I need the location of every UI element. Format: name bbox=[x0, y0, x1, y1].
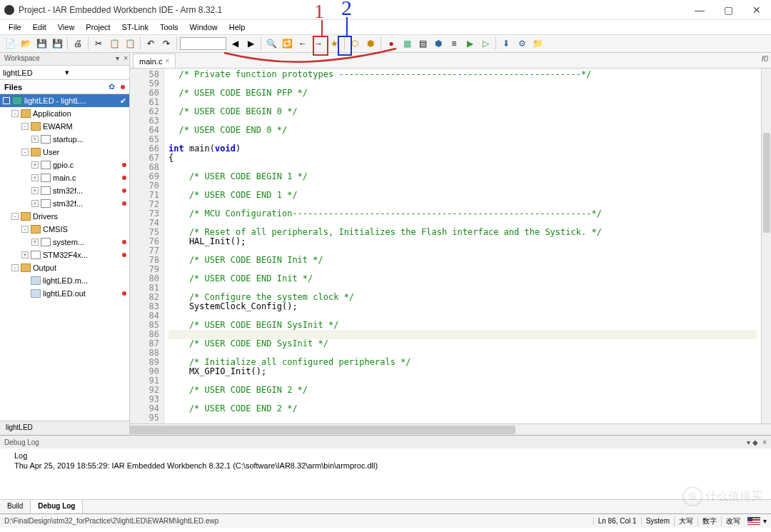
project-button[interactable]: 📁 bbox=[530, 36, 545, 51]
tree-node[interactable]: +gpio.c bbox=[0, 159, 129, 171]
minimize-button[interactable]: ― bbox=[690, 3, 710, 17]
tree-node[interactable]: -lightLED - lightL...✔ bbox=[0, 94, 129, 107]
expand-icon[interactable]: + bbox=[31, 239, 39, 246]
bottom-tab-debug-log[interactable]: Debug Log bbox=[31, 500, 83, 513]
title-bar: Project - IAR Embedded Workbench IDE - A… bbox=[0, 0, 771, 20]
undo-button[interactable]: ↶ bbox=[143, 36, 158, 51]
menu-file[interactable]: File bbox=[3, 21, 27, 33]
breakpoints-button[interactable]: ≡ bbox=[447, 36, 461, 51]
menu-st-link[interactable]: ST-Link bbox=[116, 21, 154, 33]
toggle-bookmark-button[interactable]: ★ bbox=[327, 36, 341, 51]
tree-node[interactable]: -Application bbox=[0, 107, 129, 120]
menu-view[interactable]: View bbox=[52, 21, 81, 33]
tree-node[interactable]: +main.c bbox=[0, 171, 129, 184]
workspace-tab[interactable]: lightLED bbox=[0, 421, 129, 435]
debug-log-title: Debug Log ▾ ◆ × bbox=[0, 436, 771, 448]
download-button[interactable]: ⬇ bbox=[499, 36, 513, 51]
expand-icon[interactable]: - bbox=[21, 123, 29, 130]
copy-button[interactable]: 📋 bbox=[107, 36, 121, 51]
expand-icon[interactable]: - bbox=[3, 97, 10, 104]
tree-icon bbox=[12, 96, 22, 105]
search-combo[interactable] bbox=[180, 37, 226, 50]
expand-icon[interactable]: - bbox=[21, 149, 29, 156]
download-debug-button[interactable]: ▶ bbox=[463, 36, 477, 51]
debug-no-download-button[interactable]: ▷ bbox=[478, 36, 493, 51]
stop-build-button[interactable]: ⬢ bbox=[431, 36, 445, 51]
expand-icon[interactable]: - bbox=[21, 226, 29, 233]
debug-log-body[interactable]: Log Thu Apr 25, 2019 18:55:29: IAR Embed… bbox=[0, 448, 771, 499]
maximize-button[interactable]: ▢ bbox=[718, 3, 738, 17]
function-indicator[interactable]: f0 bbox=[762, 54, 768, 63]
prev-bookmark-button[interactable]: ← bbox=[296, 36, 310, 51]
save-button[interactable]: 💾 bbox=[34, 36, 49, 51]
gear-icon[interactable]: ✿ bbox=[109, 82, 115, 91]
status-position: Ln 86, Col 1 bbox=[593, 517, 641, 525]
expand-icon[interactable]: + bbox=[31, 136, 39, 143]
tree-node[interactable]: +stm32f... bbox=[0, 197, 129, 210]
cut-button[interactable]: ✂ bbox=[91, 36, 106, 51]
new-file-button[interactable]: 📄 bbox=[3, 36, 17, 51]
compile-button[interactable]: ▤ bbox=[415, 36, 430, 51]
menu-tools[interactable]: Tools bbox=[154, 21, 184, 33]
tree-node[interactable]: lightLED.m... bbox=[0, 274, 129, 287]
tree-node[interactable]: -CMSIS bbox=[0, 223, 129, 236]
expand-icon[interactable]: + bbox=[31, 174, 39, 181]
nav-back-button[interactable]: ◀ bbox=[228, 36, 242, 51]
tree-node[interactable]: +startup... bbox=[0, 133, 129, 146]
editor-vscroll[interactable] bbox=[761, 69, 771, 423]
menu-window[interactable]: Window bbox=[184, 21, 223, 33]
expand-icon[interactable]: - bbox=[11, 110, 19, 117]
tree-node[interactable]: lightLED.out bbox=[0, 287, 129, 300]
project-tree[interactable]: -lightLED - lightL...✔-Application-EWARM… bbox=[0, 94, 129, 421]
replace-button[interactable]: 🔁 bbox=[280, 36, 294, 51]
expand-icon[interactable]: - bbox=[11, 213, 19, 220]
tab-close-icon[interactable]: × bbox=[165, 57, 169, 65]
tree-node[interactable]: -EWARM bbox=[0, 120, 129, 133]
pin-icon[interactable]: ▾ bbox=[116, 54, 119, 62]
bottom-tab-build[interactable]: Build bbox=[0, 500, 31, 513]
make-button[interactable]: ▦ bbox=[400, 36, 414, 51]
code-area[interactable]: /* Private function prototypes ---------… bbox=[164, 69, 761, 423]
expand-icon[interactable]: + bbox=[31, 187, 39, 194]
tree-label: STM32F4x... bbox=[43, 251, 119, 259]
tree-icon bbox=[31, 225, 41, 234]
tree-node[interactable]: -Drivers bbox=[0, 210, 129, 223]
paste-button[interactable]: 📋 bbox=[123, 36, 137, 51]
close-button[interactable]: ✕ bbox=[747, 3, 767, 17]
expand-icon[interactable]: - bbox=[11, 264, 19, 271]
expand-icon[interactable]: + bbox=[31, 200, 39, 207]
nav-btn-2[interactable]: ⬢ bbox=[363, 36, 378, 51]
tree-label: Drivers bbox=[33, 212, 126, 221]
workspace-combo[interactable]: lightLED▾ bbox=[0, 66, 129, 80]
editor-hscroll[interactable] bbox=[130, 423, 771, 435]
tree-icon bbox=[41, 199, 51, 208]
next-bookmark-button[interactable]: → bbox=[311, 36, 326, 51]
nav-btn-1[interactable]: ⬡ bbox=[348, 36, 362, 51]
tree-node[interactable]: +STM32F4x... bbox=[0, 249, 129, 261]
debug-log-panel: Debug Log ▾ ◆ × Log Thu Apr 25, 2019 18:… bbox=[0, 435, 771, 513]
nav-fwd-button[interactable]: ▶ bbox=[243, 36, 258, 51]
workspace-panel: Workspace ▾ × lightLED▾ Files ✿ -lightLE… bbox=[0, 53, 130, 435]
tree-node[interactable]: +stm32f... bbox=[0, 184, 129, 197]
flag-icon bbox=[747, 517, 760, 525]
find-button[interactable]: 🔍 bbox=[264, 36, 278, 51]
panel-close-icon[interactable]: × bbox=[124, 54, 128, 62]
open-button[interactable]: 📂 bbox=[19, 36, 33, 51]
editor-tab-main[interactable]: main.c× bbox=[133, 54, 176, 68]
panel-pin-icon[interactable]: ▾ ◆ bbox=[747, 438, 758, 446]
tree-label: startup... bbox=[53, 135, 126, 144]
expand-icon[interactable]: + bbox=[31, 161, 39, 169]
expand-icon[interactable]: + bbox=[21, 251, 29, 259]
print-button[interactable]: 🖨 bbox=[71, 36, 85, 51]
tree-node[interactable]: -User bbox=[0, 146, 129, 159]
tree-node[interactable]: +system... bbox=[0, 236, 129, 249]
menu-edit[interactable]: Edit bbox=[27, 21, 52, 33]
save-all-button[interactable]: 💾 bbox=[50, 36, 64, 51]
tree-node[interactable]: -Output bbox=[0, 261, 129, 274]
redo-button[interactable]: ↷ bbox=[159, 36, 173, 51]
menu-help[interactable]: Help bbox=[223, 21, 251, 33]
options-button[interactable]: ⚙ bbox=[515, 36, 529, 51]
panel-close-icon[interactable]: × bbox=[762, 438, 767, 446]
toggle-breakpoint-button[interactable]: ● bbox=[384, 36, 398, 51]
menu-project[interactable]: Project bbox=[80, 21, 116, 33]
